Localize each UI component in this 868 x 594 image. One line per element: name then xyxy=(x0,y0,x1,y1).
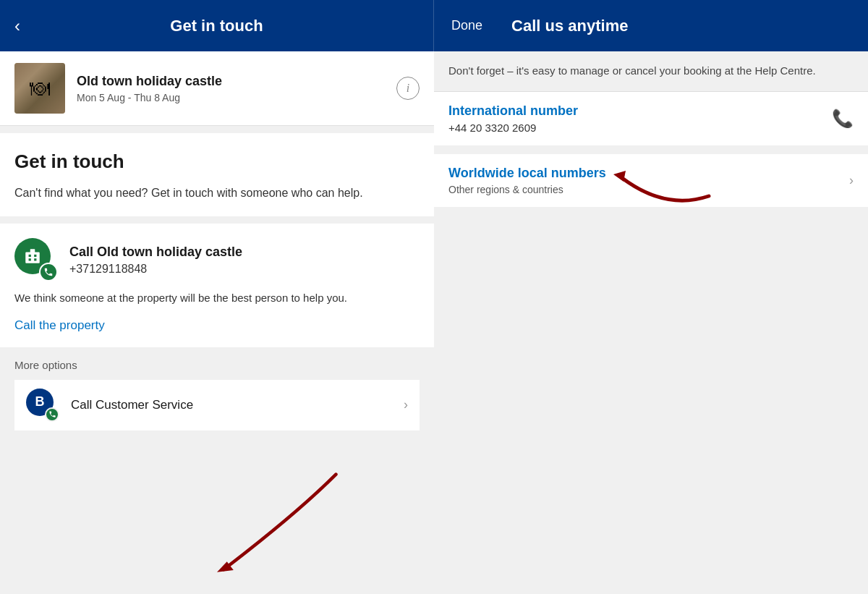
customer-service-label: Call Customer Service xyxy=(71,398,404,412)
phone-badge-icon xyxy=(39,263,58,281)
svg-rect-5 xyxy=(30,249,35,253)
info-icon-button[interactable]: i xyxy=(396,77,420,100)
international-number-value: +44 20 3320 2609 xyxy=(448,122,832,134)
get-in-touch-heading: Get in touch xyxy=(14,150,420,173)
header-left: ‹ Get in touch xyxy=(0,0,434,51)
call-property-link[interactable]: Call the property xyxy=(14,318,105,332)
svg-rect-2 xyxy=(34,255,36,257)
svg-rect-3 xyxy=(29,258,31,260)
building-svg xyxy=(23,247,42,266)
call-property-card: Call Old town holiday castle +3712911884… xyxy=(0,224,434,347)
worldwide-label: Worldwide local numbers xyxy=(448,166,849,181)
phone-svg xyxy=(43,267,54,277)
call-international-icon[interactable]: 📞 xyxy=(832,109,854,129)
international-number-section: International number +44 20 3320 2609 📞 xyxy=(434,92,868,145)
property-card: Old town holiday castle Mon 5 Aug - Thu … xyxy=(0,51,434,126)
header-title: Get in touch xyxy=(170,17,263,35)
done-button[interactable]: Done xyxy=(434,18,500,33)
help-notice: Don't forget – it's easy to manage or ca… xyxy=(434,51,868,92)
get-in-touch-description: Can't find what you need? Get in touch w… xyxy=(14,184,420,202)
worldwide-chevron-icon: › xyxy=(849,173,854,188)
international-number-info: International number +44 20 3320 2609 xyxy=(448,103,832,134)
property-dates: Mon 5 Aug - Thu 8 Aug xyxy=(77,92,396,103)
get-in-touch-section: Get in touch Can't find what you need? G… xyxy=(0,133,434,216)
call-property-description: We think someone at the property will be… xyxy=(14,290,420,307)
call-property-name: Call Old town holiday castle xyxy=(69,245,420,260)
property-name: Old town holiday castle xyxy=(77,74,396,89)
svg-marker-6 xyxy=(217,561,234,572)
cs-icon-container: B xyxy=(26,389,59,422)
property-image xyxy=(14,63,65,114)
call-property-info: Call Old town holiday castle +3712911884… xyxy=(69,245,420,276)
main-content: Old town holiday castle Mon 5 Aug - Thu … xyxy=(0,51,868,594)
right-panel: Don't forget – it's easy to manage or ca… xyxy=(434,51,868,207)
cs-phone-badge xyxy=(45,407,59,422)
call-property-number: +37129118848 xyxy=(69,263,420,276)
right-panel-wrapper: Don't forget – it's easy to manage or ca… xyxy=(434,51,868,594)
svg-rect-0 xyxy=(25,253,40,263)
back-button[interactable]: ‹ xyxy=(14,16,20,36)
worldwide-description: Other regions & countries xyxy=(448,184,849,195)
call-us-anytime-title: Call us anytime xyxy=(500,17,628,35)
customer-service-chevron-icon: › xyxy=(404,397,408,412)
separator xyxy=(434,147,868,153)
svg-rect-4 xyxy=(34,258,36,260)
worldwide-section[interactable]: Worldwide local numbers Other regions & … xyxy=(434,154,868,207)
header: ‹ Get in touch Done Call us anytime xyxy=(0,0,868,51)
cs-phone-svg xyxy=(48,410,56,418)
more-options-section: More options B Call Customer Service › xyxy=(0,347,434,436)
left-panel: Old town holiday castle Mon 5 Aug - Thu … xyxy=(0,51,434,436)
customer-service-row[interactable]: B Call Customer Service › xyxy=(14,380,420,430)
international-number-label[interactable]: International number xyxy=(448,103,832,119)
svg-rect-1 xyxy=(29,255,31,257)
call-property-header: Call Old town holiday castle +3712911884… xyxy=(14,238,420,281)
left-panel-wrapper: Old town holiday castle Mon 5 Aug - Thu … xyxy=(0,51,434,594)
more-options-label: More options xyxy=(14,359,420,371)
property-info: Old town holiday castle Mon 5 Aug - Thu … xyxy=(77,74,396,103)
call-icon-container xyxy=(14,238,58,281)
worldwide-info: Worldwide local numbers Other regions & … xyxy=(448,166,849,195)
header-right: Done Call us anytime xyxy=(434,0,868,51)
